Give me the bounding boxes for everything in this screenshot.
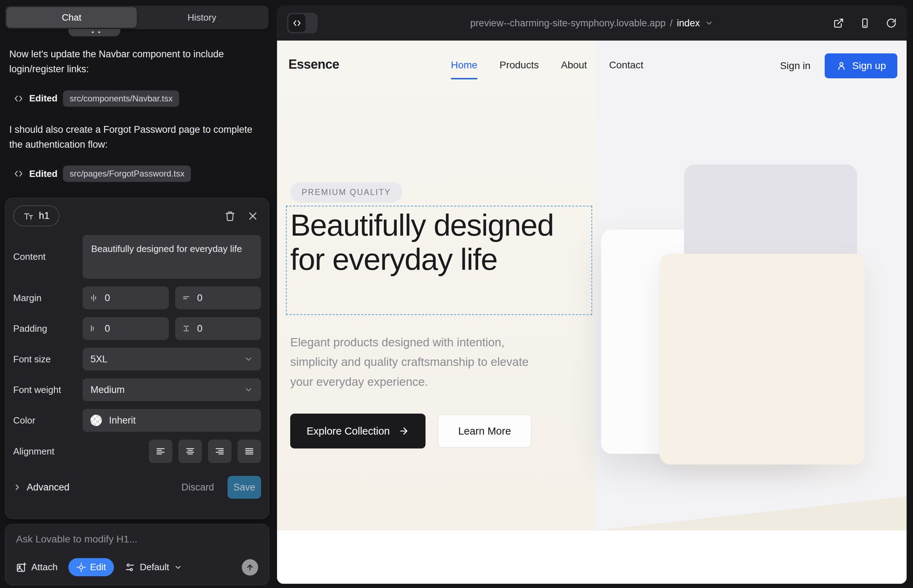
refresh-button[interactable] [886,18,897,29]
padding-horizontal-icon [89,324,98,333]
tab-history[interactable]: History [137,7,267,28]
preview-url[interactable]: preview--charming-site-symphony.lovable.… [470,18,714,29]
url-separator: / [670,18,673,29]
chevron-down-icon [174,563,182,572]
nav-link-home[interactable]: Home [451,60,478,71]
sign-up-button[interactable]: Sign up [825,53,897,78]
hero-description: Elegant products designed with intention… [290,333,539,391]
font-size-select[interactable]: 5XL [83,348,261,370]
element-tag-badge[interactable]: h1 [13,205,60,226]
mobile-view-button[interactable] [860,18,870,29]
arrow-up-icon [245,563,254,572]
trash-icon [225,211,235,221]
font-size-label: Font size [13,354,83,365]
tab-chat[interactable]: Chat [6,7,137,28]
color-select[interactable]: Inherit [83,409,261,432]
margin-x-input[interactable]: 0 [83,286,169,309]
open-external-button[interactable] [833,18,844,29]
code-icon [13,169,24,179]
element-editor-panel: h1 Content Beautifully designed for ever… [5,198,269,519]
align-right-button[interactable] [208,439,231,463]
image-plus-icon [16,562,27,573]
sliders-icon [125,562,135,573]
chevron-right-icon [13,483,21,491]
color-label: Color [13,415,83,426]
nav-link-products[interactable]: Products [500,60,539,71]
align-center-icon [185,446,196,457]
close-icon [248,211,258,221]
code-icon [292,18,302,28]
browser-actions [833,18,897,29]
edited-file-row[interactable]: Edited src/pages/ForgotPassword.tsx [13,165,264,182]
chat-thread: Now let's update the Navbar component to… [9,47,264,197]
file-chip[interactable]: src/components/Navbar.tsx [63,90,179,107]
element-selection-outline [286,206,592,315]
editor-footer: Advanced Discard Save [13,476,261,499]
chevron-down-icon [244,354,253,364]
edit-mode-button[interactable]: Edit [68,558,114,576]
explore-collection-button[interactable]: Explore Collection [290,414,426,449]
section-below-hero [277,530,907,584]
padding-label: Padding [13,323,83,334]
margin-row: Margin 0 0 [13,286,261,309]
margin-y-input[interactable]: 0 [175,286,261,309]
file-chip[interactable]: src/pages/ForgotPassword.tsx [63,165,191,182]
url-page: index [677,18,700,29]
align-left-button[interactable] [149,439,172,463]
color-row: Color Inherit [13,409,261,432]
assistant-message: I should also create a Forgot Password p… [9,123,264,152]
font-size-row: Font size 5XL [13,348,261,370]
font-weight-label: Font weight [13,384,83,396]
user-icon [836,60,847,71]
chevron-down-icon [244,385,253,394]
align-justify-button[interactable] [238,439,261,463]
sign-in-link[interactable]: Sign in [780,60,811,71]
padding-x-input[interactable]: 0 [83,317,169,340]
lovable-builder-app: Chat History Now let's update the Navbar… [0,0,913,588]
edited-file-row[interactable]: Edited src/components/Navbar.tsx [13,90,264,107]
delete-element-button[interactable] [222,208,238,224]
edited-label: Edited [29,93,57,104]
advanced-toggle[interactable]: Advanced [13,482,70,493]
nav-link-contact[interactable]: Contact [609,60,643,71]
discard-button[interactable]: Discard [181,482,214,493]
crosshair-icon [76,562,86,572]
margin-label: Margin [13,292,83,304]
font-weight-select[interactable]: Medium [83,378,261,401]
content-input[interactable]: Beautifully designed for everyday life [83,235,261,279]
code-preview-toggle[interactable] [287,13,317,34]
close-panel-button[interactable] [244,208,261,224]
padding-row: Padding 0 0 [13,317,261,340]
alignment-label: Alignment [13,446,83,457]
code-view-segment[interactable] [288,14,306,32]
learn-more-button[interactable]: Learn More [438,414,532,448]
padding-vertical-icon [181,324,191,333]
chevron-down-icon [705,19,713,27]
sidebar-tabbar: Chat History [5,6,269,29]
align-right-icon [214,446,225,457]
premium-quality-badge: PREMIUM QUALITY [290,182,402,202]
chat-composer[interactable]: Ask Lovable to modify H1... Attach Edit … [5,524,269,585]
alignment-row: Alignment [13,439,261,463]
align-center-button[interactable] [178,439,202,463]
type-icon [23,211,34,221]
url-host: preview--charming-site-symphony.lovable.… [470,18,666,29]
margin-vertical-icon [181,293,191,302]
site-viewport: Essence Home Products About Contact Sign… [277,40,907,584]
send-button[interactable] [242,559,258,575]
scrolled-chip-partial [68,29,120,36]
save-button[interactable]: Save [228,476,261,499]
composer-toolbar: Attach Edit Default [16,558,258,576]
site-nav-links: Home Products About Contact [451,60,643,71]
site-logo[interactable]: Essence [288,57,339,72]
padding-y-input[interactable]: 0 [175,317,261,340]
edited-label: Edited [29,168,57,179]
default-mode-button[interactable]: Default [125,562,182,573]
nav-link-about[interactable]: About [561,60,587,71]
font-weight-row: Font weight Medium [13,378,261,401]
attach-button[interactable]: Attach [16,562,58,573]
browser-toolbar: preview--charming-site-symphony.lovable.… [277,6,907,40]
content-label: Content [13,251,83,262]
arrow-right-icon [398,426,409,436]
composer-input[interactable]: Ask Lovable to modify H1... [16,533,258,545]
